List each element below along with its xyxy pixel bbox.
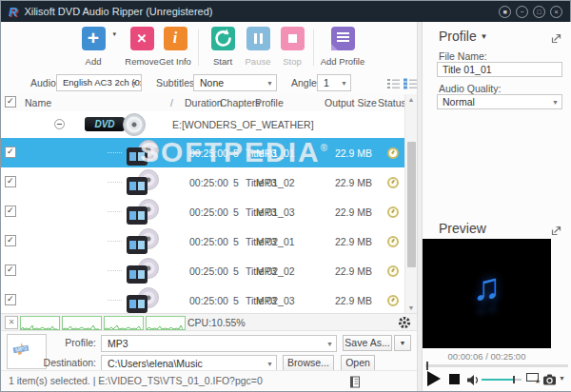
minimize-icon[interactable]: − <box>516 6 528 18</box>
row-checkbox[interactable] <box>5 294 16 305</box>
audio-select[interactable]: English AC3 2ch (0x8▼ <box>56 74 142 91</box>
minimode-icon[interactable]: ■ <box>499 6 511 18</box>
table-row[interactable]: Title 02_02 00:25:00 5 MP3 22.9 MB <box>1 256 404 286</box>
subtitles-select[interactable]: None▼ <box>193 74 277 91</box>
header-duration[interactable]: Duration <box>185 97 223 108</box>
status-clock-icon <box>387 265 399 277</box>
dvd-disc-icon: DVD <box>85 113 153 136</box>
stop-button[interactable]: Stop <box>271 27 313 67</box>
chevron-down-icon: ▼ <box>266 76 273 91</box>
add-button[interactable]: ▾ Add <box>72 27 114 67</box>
row-checkbox[interactable] <box>5 206 16 217</box>
get-info-icon <box>164 27 187 50</box>
row-checkbox[interactable] <box>5 265 16 276</box>
header-output-size[interactable]: Output Size <box>325 97 377 108</box>
title-thumbnail-icon <box>125 228 160 254</box>
chevron-down-icon: ▼ <box>341 76 347 91</box>
preview-section-title: Preview <box>439 221 486 236</box>
title-output-size: 22.9 MB <box>317 236 372 247</box>
filter-bar: Audio: English AC3 2ch (0x8▼ Subtitles: … <box>1 73 423 95</box>
table-row[interactable]: Title 02_01 00:25:00 5 MP3 22.9 MB <box>1 226 404 257</box>
angle-select[interactable]: 1▼ <box>317 74 351 91</box>
cpu-core-graph <box>104 316 144 330</box>
table-row[interactable]: Title 01_03 00:25:00 5 MP3 22.9 MB <box>1 197 404 227</box>
get-info-button[interactable]: Get Info <box>154 27 196 67</box>
title-output-size: 22.9 MB <box>317 206 372 218</box>
file-name-input[interactable]: Title 01_01 <box>437 62 562 77</box>
add-profile-button[interactable]: Add Profile <box>317 27 368 67</box>
scrollbar-thumb[interactable] <box>407 142 416 267</box>
detail-view-icon[interactable] <box>404 78 417 89</box>
dvd-label: E:[WONDERS_OF_WEATHER] <box>172 119 314 130</box>
log-icon[interactable] <box>349 375 361 392</box>
title-profile: MP3 <box>256 177 277 188</box>
row-checkbox[interactable] <box>5 147 16 158</box>
title-duration: 00:25:00 <box>189 206 228 218</box>
table-row[interactable]: Title 01_02 00:25:00 5 MP3 22.9 MB <box>1 167 404 198</box>
expand-panel-icon[interactable] <box>551 30 562 48</box>
cpu-bar: ✕ CPU:10.55% <box>1 313 417 330</box>
chevron-down-icon: ▼ <box>552 95 559 109</box>
save-as-button[interactable]: Save As... <box>343 335 392 351</box>
title-thumbnail-icon <box>125 169 160 195</box>
chevron-down-icon: ▼ <box>481 32 488 41</box>
stop-playback-icon[interactable] <box>449 374 460 384</box>
snapshot-folder-icon[interactable] <box>526 373 539 382</box>
header-status[interactable]: Status <box>378 97 406 108</box>
collapse-icon[interactable] <box>54 119 65 129</box>
add-icon <box>82 27 106 50</box>
title-duration: 00:25:00 <box>189 265 228 277</box>
close-icon[interactable]: × <box>550 6 562 18</box>
save-as-dropdown-caret-icon[interactable]: ▼ <box>394 335 411 351</box>
title-bar: R Xilisoft DVD Audio Ripper (Unregistere… <box>1 1 570 22</box>
window-title: Xilisoft DVD Audio Ripper (Unregistered) <box>24 6 212 17</box>
cpu-core-graph <box>146 316 186 330</box>
camera-dropdown-caret-icon[interactable]: ▼ <box>559 375 565 382</box>
header-name[interactable]: Name <box>25 97 51 108</box>
browse-button[interactable]: Browse... <box>283 355 334 371</box>
table-row[interactable]: Title 01_01 00:25:00 5 MP3 22.9 MB <box>1 138 404 168</box>
open-button[interactable]: Open <box>341 355 375 371</box>
seek-slider[interactable] <box>425 364 568 367</box>
scroll-up-icon[interactable]: ▲ <box>405 96 417 103</box>
chevron-down-icon: ▼ <box>326 337 333 352</box>
title-profile: MP3 <box>256 265 277 277</box>
select-all-checkbox[interactable] <box>5 96 16 108</box>
header-profile[interactable]: Profile <box>255 97 284 108</box>
cpu-core-graph <box>62 316 102 330</box>
title-chapters: 5 <box>228 295 244 306</box>
dvd-row[interactable]: DVD E:[WONDERS_OF_WEATHER] <box>1 111 404 139</box>
close-cpu-graph-icon[interactable]: ✕ <box>5 316 18 329</box>
maximize-icon[interactable]: □ <box>533 6 545 18</box>
row-checkbox[interactable] <box>5 176 16 187</box>
title-chapters: 5 <box>228 147 244 159</box>
title-thumbnail-icon <box>125 258 160 284</box>
profile-section-title[interactable]: Profile ▼ <box>439 29 488 44</box>
volume-slider[interactable] <box>482 379 522 381</box>
play-icon[interactable] <box>427 371 441 386</box>
volume-icon[interactable] <box>466 373 480 390</box>
title-output-size: 22.9 MB <box>317 147 372 159</box>
start-icon <box>211 27 235 50</box>
table-scrollbar[interactable]: ▲ ▼ <box>404 94 417 313</box>
row-checkbox[interactable] <box>5 235 16 246</box>
profile-select[interactable]: MP3▼ <box>101 335 337 352</box>
title-chapters: 5 <box>228 236 244 247</box>
title-output-size: 22.9 MB <box>317 177 372 188</box>
list-view-icon[interactable] <box>387 78 401 89</box>
camera-icon[interactable] <box>543 372 557 389</box>
sort-indicator: / <box>170 97 173 108</box>
add-dropdown-caret-icon[interactable]: ▾ <box>112 30 116 38</box>
app-logo-icon: R <box>9 5 17 19</box>
chevron-down-icon: ▼ <box>131 76 138 91</box>
audio-quality-select[interactable]: Normal▼ <box>437 94 562 109</box>
title-thumbnail-icon <box>125 140 160 166</box>
profile-label: Profile: <box>30 337 96 348</box>
scroll-down-icon[interactable]: ▼ <box>405 304 417 311</box>
expand-preview-icon[interactable] <box>551 223 562 240</box>
status-clock-icon <box>387 295 399 306</box>
toolbar-separator <box>313 29 314 66</box>
table-row[interactable]: Title 02_03 00:25:00 5 MP3 22.9 MB <box>1 285 404 313</box>
title-chapters: 5 <box>228 206 244 218</box>
title-duration: 00:25:00 <box>189 177 228 188</box>
